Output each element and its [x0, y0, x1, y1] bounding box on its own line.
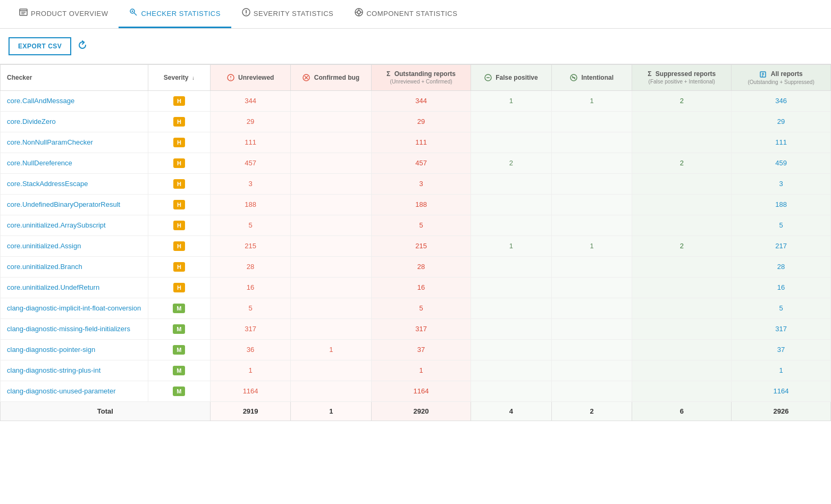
col-header-checker: Checker	[1, 65, 148, 91]
cell-checker: core.UndefinedBinaryOperatorResult	[1, 194, 148, 215]
total-allreports: 2926	[732, 401, 831, 421]
col-header-intentional: Intentional	[551, 65, 632, 91]
col-header-unreviewed: Unreviewed	[210, 65, 291, 91]
export-csv-button[interactable]: EXPORT CSV	[9, 37, 71, 55]
table-row: core.uninitialized.Assign H 215 215 1 1 …	[1, 236, 831, 256]
tab-checker-statistics[interactable]: CHECKER STATISTICS	[119, 0, 231, 28]
checker-link[interactable]: clang-diagnostic-string-plus-int	[7, 366, 100, 374]
cell-checker: clang-diagnostic-pointer-sign	[1, 339, 148, 360]
cell-confirmed	[291, 236, 372, 256]
cell-intentional: 1	[551, 90, 632, 111]
cell-unreviewed: 36	[210, 339, 291, 360]
cell-allreports: 1164	[732, 381, 831, 401]
total-unreviewed: 2919	[210, 401, 291, 421]
cell-suppressed: 2	[632, 153, 732, 173]
checker-link[interactable]: core.uninitialized.Assign	[7, 242, 81, 250]
total-label: Total	[1, 401, 211, 421]
svg-line-6	[134, 13, 137, 15]
cell-confirmed: 1	[291, 339, 372, 360]
cell-severity: H	[148, 173, 211, 194]
tab-product-overview[interactable]: PRODUCT OVERVIEW	[9, 0, 119, 28]
cell-suppressed	[632, 277, 732, 298]
cell-unreviewed: 215	[210, 236, 291, 256]
cell-allreports: 459	[732, 153, 831, 173]
table-row: core.uninitialized.ArraySubscript H 5 5 …	[1, 215, 831, 236]
cell-severity: H	[148, 90, 211, 111]
cell-confirmed	[291, 132, 372, 153]
cell-unreviewed: 457	[210, 153, 291, 173]
cell-severity: H	[148, 153, 211, 173]
severity-badge: M	[173, 304, 185, 313]
cell-confirmed	[291, 111, 372, 132]
checker-link[interactable]: core.UndefinedBinaryOperatorResult	[7, 200, 120, 208]
cell-checker: core.NullDereference	[1, 153, 148, 173]
cell-allreports: 217	[732, 236, 831, 256]
checker-link[interactable]: core.uninitialized.Branch	[7, 263, 82, 271]
checker-link[interactable]: core.NonNullParamChecker	[7, 138, 93, 146]
cell-confirmed	[291, 194, 372, 215]
cell-unreviewed: 111	[210, 132, 291, 153]
cell-suppressed	[632, 339, 732, 360]
cell-outstanding: 16	[372, 277, 471, 298]
cell-allreports: 111	[732, 132, 831, 153]
cell-suppressed: 2	[632, 236, 732, 256]
cell-severity: H	[148, 215, 211, 236]
severity-badge: M	[173, 324, 185, 334]
cell-intentional	[551, 339, 632, 360]
confirmed-icon	[303, 74, 312, 81]
cell-unreviewed: 16	[210, 277, 291, 298]
col-header-confirmed: Confirmed bug	[291, 65, 372, 91]
cell-outstanding: 215	[372, 236, 471, 256]
cell-suppressed	[632, 111, 732, 132]
checker-link[interactable]: core.DivideZero	[7, 117, 56, 125]
table-row: core.NonNullParamChecker H 111 111 111	[1, 132, 831, 153]
table-row: clang-diagnostic-unused-parameter M 1164…	[1, 381, 831, 401]
cell-allreports: 16	[732, 277, 831, 298]
checker-link[interactable]: core.CallAndMessage	[7, 97, 74, 105]
cell-severity: M	[148, 360, 211, 381]
severity-badge: H	[173, 158, 185, 168]
checker-link[interactable]: clang-diagnostic-pointer-sign	[7, 346, 95, 354]
table-row: core.StackAddressEscape H 3 3 3	[1, 173, 831, 194]
cell-checker: core.uninitialized.Branch	[1, 256, 148, 277]
cell-severity: M	[148, 318, 211, 339]
table-row: clang-diagnostic-implicit-int-float-conv…	[1, 298, 831, 318]
cell-checker: clang-diagnostic-unused-parameter	[1, 381, 148, 401]
cell-intentional	[551, 381, 632, 401]
tab-component-statistics[interactable]: COMPONENT STATISTICS	[344, 0, 468, 28]
checker-link[interactable]: core.uninitialized.UndefReturn	[7, 283, 99, 291]
cell-intentional	[551, 298, 632, 318]
col-header-severity[interactable]: Severity ↓	[148, 65, 211, 91]
cell-fp	[471, 318, 551, 339]
checker-link[interactable]: core.NullDereference	[7, 159, 72, 167]
cell-confirmed	[291, 360, 372, 381]
severity-badge: H	[173, 241, 185, 251]
top-navigation: PRODUCT OVERVIEW CHECKER STATISTICS SEVE…	[0, 0, 831, 29]
cell-suppressed	[632, 256, 732, 277]
checker-link[interactable]: core.StackAddressEscape	[7, 180, 88, 188]
severity-badge: H	[173, 262, 185, 272]
cell-fp: 1	[471, 236, 551, 256]
cell-unreviewed: 344	[210, 90, 291, 111]
table-row: core.uninitialized.UndefReturn H 16 16 1…	[1, 277, 831, 298]
severity-badge: H	[173, 200, 185, 209]
table-row: core.NullDereference H 457 457 2 2 459	[1, 153, 831, 173]
refresh-icon[interactable]	[78, 40, 87, 53]
severity-badge: H	[173, 283, 185, 292]
checker-link[interactable]: clang-diagnostic-implicit-int-float-conv…	[7, 304, 141, 312]
cell-checker: core.NonNullParamChecker	[1, 132, 148, 153]
cell-fp: 1	[471, 90, 551, 111]
checker-link[interactable]: clang-diagnostic-missing-field-initializ…	[7, 325, 130, 333]
col-header-suppressed: Σ Suppressed reports (False positive + I…	[632, 65, 732, 91]
checker-link[interactable]: core.uninitialized.ArraySubscript	[7, 221, 106, 229]
tab-severity-statistics[interactable]: SEVERITY STATISTICS	[231, 0, 344, 28]
cell-intentional	[551, 194, 632, 215]
cell-outstanding: 457	[372, 153, 471, 173]
cell-intentional	[551, 132, 632, 153]
cell-confirmed	[291, 90, 372, 111]
cell-fp	[471, 256, 551, 277]
cell-checker: core.uninitialized.UndefReturn	[1, 277, 148, 298]
allreports-icon	[759, 70, 768, 78]
checker-link[interactable]: clang-diagnostic-unused-parameter	[7, 387, 116, 395]
cell-outstanding: 111	[372, 132, 471, 153]
